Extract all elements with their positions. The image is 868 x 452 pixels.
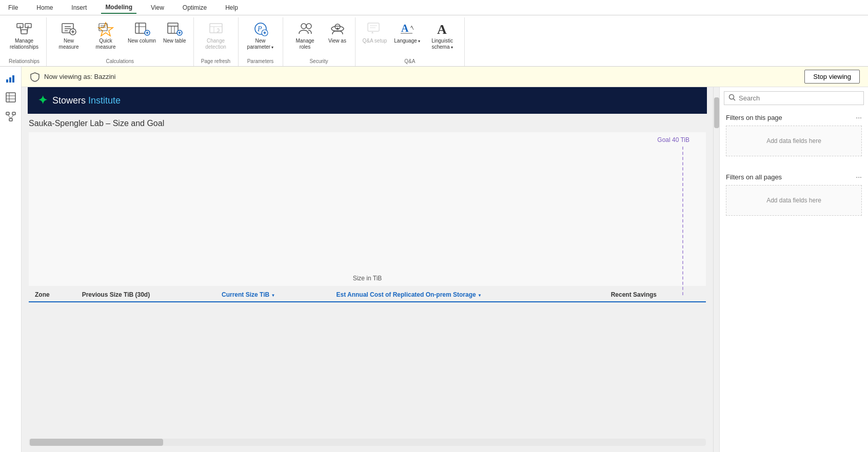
- svg-line-47: [411, 26, 413, 30]
- right-panel: Filters on this page ··· Add data fields…: [719, 87, 868, 452]
- report-title: Sauka-Spengler Lab – Size and Goal: [29, 119, 706, 128]
- logo-symbol: ✦: [38, 94, 47, 107]
- filters-on-all-more[interactable]: ···: [856, 173, 862, 181]
- filters-on-page-drop-area[interactable]: Add data fields here: [726, 126, 862, 156]
- x-axis-label: Size in TiB: [353, 275, 382, 282]
- nav-file[interactable]: File: [4, 2, 22, 13]
- viewing-bar: Now viewing as: Bazzini Stop viewing: [22, 67, 868, 87]
- scrollbar-thumb: [30, 439, 163, 446]
- scrollbar-thumb-vertical: [714, 97, 719, 128]
- calculations-group-label: Calculations: [51, 57, 189, 66]
- new-measure-label: New measure: [54, 38, 84, 50]
- top-nav: File Home Insert Modeling View Optimize …: [0, 0, 868, 15]
- quick-measure-label: Quick measure: [91, 38, 121, 50]
- manage-relationships-button[interactable]: Manage relationships: [6, 18, 42, 52]
- ribbon-group-security: Manage roles View as Security: [283, 17, 356, 66]
- viewing-as-text: Now viewing as: Bazzini: [44, 73, 115, 80]
- vertical-scrollbar[interactable]: [713, 87, 719, 452]
- nav-home[interactable]: Home: [32, 2, 57, 13]
- svg-rect-49: [6, 79, 8, 83]
- search-input[interactable]: [739, 94, 859, 102]
- quick-measure-icon: [97, 20, 114, 37]
- relationships-group-label: Relationships: [6, 57, 42, 66]
- report-canvas: ✦ Stowers Institute Sauka-Spengler Lab –…: [22, 87, 713, 452]
- svg-rect-22: [168, 23, 178, 33]
- filters-on-page-section: Filters on this page ··· Add data fields…: [720, 109, 868, 169]
- stop-viewing-button[interactable]: Stop viewing: [804, 70, 860, 84]
- qa-setup-button[interactable]: Q&A setup: [360, 18, 390, 46]
- shield-icon: [30, 72, 40, 82]
- nav-help[interactable]: Help: [221, 2, 242, 13]
- change-detection-icon: [208, 20, 224, 37]
- sort-arrow-curr-size: ▼: [271, 293, 275, 298]
- svg-rect-58: [9, 118, 12, 121]
- col-zone[interactable]: Zone: [29, 288, 76, 302]
- svg-point-41: [337, 28, 339, 30]
- svg-marker-12: [98, 23, 113, 36]
- nav-modeling[interactable]: Modeling: [101, 2, 136, 14]
- report-logo: ✦ Stowers Institute: [38, 94, 121, 107]
- model-view-icon[interactable]: [2, 108, 20, 126]
- new-parameter-icon: P: [252, 20, 269, 37]
- horizontal-scrollbar[interactable]: [29, 439, 706, 446]
- filters-on-all-title: Filters on all pages: [726, 173, 782, 181]
- goal-dashed-line: [682, 147, 683, 295]
- manage-roles-button[interactable]: Manage roles: [287, 18, 323, 52]
- filters-on-page-more[interactable]: ···: [856, 113, 862, 121]
- search-icon: [728, 94, 736, 102]
- linguistic-schema-label: Linguistic schema: [427, 38, 457, 50]
- ribbon-group-parameters: P New parameter Parameters: [239, 17, 283, 66]
- linguistic-schema-button[interactable]: A Linguistic schema: [424, 18, 460, 52]
- new-table-button[interactable]: New table: [160, 18, 189, 46]
- new-measure-button[interactable]: New measure: [51, 18, 87, 52]
- svg-rect-29: [210, 24, 222, 33]
- svg-rect-51: [12, 75, 14, 83]
- report-header: ✦ Stowers Institute: [28, 87, 707, 114]
- language-icon: A: [399, 20, 416, 37]
- report-view-icon[interactable]: [2, 69, 20, 87]
- app-body: Now viewing as: Bazzini Stop viewing ✦ S…: [0, 67, 868, 452]
- linguistic-schema-icon: A: [434, 20, 450, 37]
- view-as-button[interactable]: View as: [324, 18, 351, 46]
- new-column-button[interactable]: New column: [125, 18, 159, 46]
- language-button[interactable]: A Language: [391, 18, 423, 46]
- quick-measure-button[interactable]: Quick measure: [88, 18, 124, 52]
- change-detection-button[interactable]: Change detection: [198, 18, 234, 52]
- ribbon: Manage relationships Relationships: [0, 15, 868, 67]
- manage-relationships-label: Manage relationships: [9, 38, 39, 50]
- col-prev-size[interactable]: Previous Size TiB (30d): [76, 288, 215, 302]
- new-column-label: New column: [128, 38, 156, 44]
- manage-roles-icon: [297, 20, 313, 37]
- view-as-icon: [329, 20, 346, 37]
- report-area: ✦ Stowers Institute Sauka-Spengler Lab –…: [22, 87, 868, 452]
- ribbon-group-qa: Q&A setup A Language A: [356, 17, 465, 66]
- goal-label: Goal 40 TiB: [657, 136, 689, 143]
- manage-roles-label: Manage roles: [290, 38, 320, 50]
- nav-view[interactable]: View: [147, 2, 168, 13]
- svg-rect-16: [135, 23, 146, 33]
- data-view-icon[interactable]: [2, 88, 20, 107]
- svg-rect-56: [6, 112, 9, 115]
- col-recent-savings[interactable]: Recent Savings: [605, 288, 706, 302]
- filters-on-all-drop-area[interactable]: Add data fields here: [726, 185, 862, 216]
- search-box: [724, 91, 864, 105]
- new-parameter-label: New parameter: [246, 38, 275, 50]
- qa-setup-label: Q&A setup: [363, 38, 387, 44]
- svg-rect-42: [368, 23, 379, 31]
- viewing-bar-left: Now viewing as: Bazzini: [30, 72, 115, 82]
- svg-text:P: P: [257, 25, 262, 33]
- filters-on-page-title: Filters on this page: [726, 114, 782, 121]
- col-est-annual-cost[interactable]: Est Annual Cost of Replicated On-prem St…: [330, 288, 604, 302]
- svg-point-61: [729, 95, 734, 99]
- nav-insert[interactable]: Insert: [67, 2, 91, 13]
- svg-rect-50: [9, 77, 11, 83]
- svg-line-59: [8, 115, 11, 118]
- svg-line-4: [27, 26, 28, 32]
- col-curr-size[interactable]: Current Size TiB ▼: [215, 288, 330, 302]
- new-parameter-button[interactable]: P New parameter: [243, 18, 279, 52]
- new-column-icon: [134, 20, 150, 37]
- nav-optimize[interactable]: Optimize: [179, 2, 211, 13]
- filters-on-page-add: Add data fields here: [766, 137, 821, 145]
- svg-point-38: [306, 24, 311, 29]
- logo-accent: Institute: [88, 95, 121, 106]
